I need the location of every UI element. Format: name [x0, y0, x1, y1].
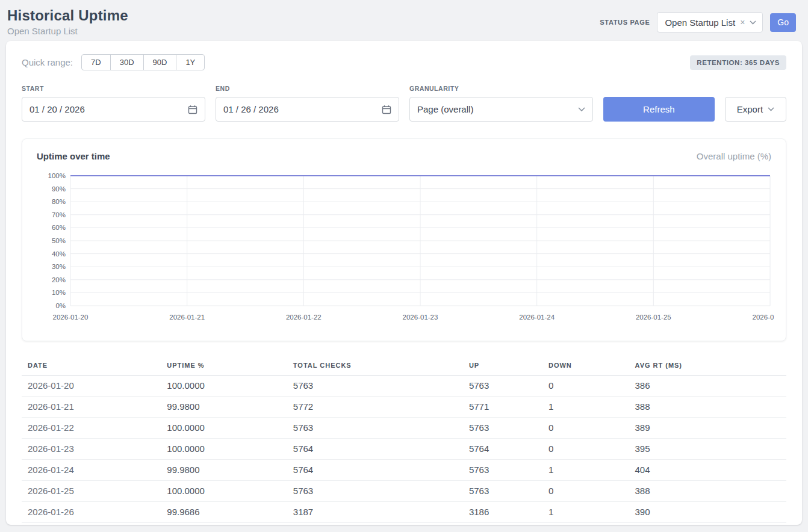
- column-header-total-checks: TOTAL CHECKS: [293, 357, 469, 376]
- table-cell: 5772: [293, 397, 469, 418]
- granularity-value: Page (overall): [417, 104, 473, 114]
- end-date-field: END 01 / 26 / 2026: [216, 85, 399, 122]
- go-button[interactable]: Go: [770, 13, 796, 32]
- table-cell: 100.0000: [167, 376, 293, 397]
- start-date-input[interactable]: 01 / 20 / 2026: [22, 97, 205, 122]
- svg-text:60%: 60%: [52, 224, 66, 231]
- svg-text:90%: 90%: [52, 185, 66, 193]
- svg-text:50%: 50%: [52, 237, 66, 244]
- uptime-chart-card: Uptime over time Overall uptime (%) 100%…: [22, 138, 786, 341]
- table-row: 2026-01-25100.0000576357630388: [22, 481, 786, 502]
- table-row: 2026-01-2199.9800577257711388: [22, 397, 786, 418]
- quick-range-90d[interactable]: 90D: [143, 54, 177, 70]
- granularity-field: GRANULARITY Page (overall): [409, 85, 593, 122]
- uptime-table: DATE UPTIME % TOTAL CHECKS UP DOWN AVG R…: [22, 357, 786, 523]
- granularity-label: GRANULARITY: [409, 85, 593, 92]
- page-subtitle: Open Startup List: [7, 26, 128, 36]
- table-cell: 100.0000: [167, 418, 293, 439]
- header-right: STATUS PAGE Open Startup List × Go: [600, 12, 796, 32]
- table-cell: 99.9686: [167, 502, 293, 523]
- svg-text:20%: 20%: [52, 276, 66, 283]
- table-row: 2026-01-20100.0000576357630386: [22, 376, 786, 397]
- svg-text:2026-01-24: 2026-01-24: [519, 314, 555, 321]
- export-label: Export: [737, 104, 763, 114]
- table-cell: 386: [635, 376, 786, 397]
- table-cell: 1: [549, 460, 635, 481]
- chevron-down-icon: [750, 20, 756, 25]
- table-row: 2026-01-2699.9686318731861390: [22, 502, 786, 523]
- svg-text:2026-01-20: 2026-01-20: [53, 314, 89, 321]
- chart-legend: Overall uptime (%): [697, 151, 771, 161]
- filter-form-row: START 01 / 20 / 2026 END 01 / 26 / 2026 …: [22, 85, 786, 122]
- start-label: START: [22, 85, 205, 92]
- svg-text:2026-01-26: 2026-01-26: [753, 314, 774, 321]
- table-row: 2026-01-23100.0000576457640395: [22, 439, 786, 460]
- export-button[interactable]: Export: [725, 97, 786, 122]
- table-cell: 390: [635, 502, 786, 523]
- table-cell: 5763: [293, 376, 469, 397]
- page-title: Historical Uptime: [7, 7, 128, 24]
- table-cell: 5764: [293, 439, 469, 460]
- table-cell: 0: [549, 376, 635, 397]
- start-date-field: START 01 / 20 / 2026: [22, 85, 205, 122]
- table-cell: 5763: [293, 418, 469, 439]
- table-cell: 5764: [293, 460, 469, 481]
- svg-text:100%: 100%: [48, 172, 66, 179]
- table-cell: 389: [635, 418, 786, 439]
- svg-text:2026-01-22: 2026-01-22: [286, 314, 322, 321]
- quick-range-30d[interactable]: 30D: [110, 54, 144, 70]
- column-header-up: UP: [469, 357, 549, 376]
- svg-text:40%: 40%: [52, 250, 66, 258]
- main-card: Quick range: 7D 30D 90D 1Y RETENTION: 36…: [6, 41, 802, 525]
- table-cell: 5763: [469, 460, 549, 481]
- status-page-label: STATUS PAGE: [600, 19, 650, 26]
- table-cell: 388: [635, 397, 786, 418]
- svg-text:2026-01-25: 2026-01-25: [636, 314, 671, 321]
- table-cell: 2026-01-23: [22, 439, 167, 460]
- table-cell: 5763: [469, 376, 549, 397]
- table-cell: 5771: [469, 397, 549, 418]
- quick-range-segmented: 7D 30D 90D 1Y: [81, 54, 205, 70]
- quick-range-7d[interactable]: 7D: [81, 54, 111, 70]
- uptime-table-body: 2026-01-20100.00005763576303862026-01-21…: [22, 376, 786, 523]
- column-header-date: DATE: [22, 357, 167, 376]
- clear-selection-icon[interactable]: ×: [740, 17, 745, 27]
- table-cell: 2026-01-22: [22, 418, 167, 439]
- quick-range-row: Quick range: 7D 30D 90D 1Y RETENTION: 36…: [22, 54, 786, 70]
- svg-text:30%: 30%: [52, 263, 66, 270]
- table-cell: 0: [549, 481, 635, 502]
- table-cell: 1: [549, 397, 635, 418]
- svg-text:80%: 80%: [52, 198, 66, 205]
- refresh-button[interactable]: Refresh: [603, 97, 715, 122]
- end-date-value: 01 / 26 / 2026: [223, 104, 279, 114]
- uptime-chart-svg: 100%90%80%70%60%50%40%30%20%10%0%2026-01…: [37, 170, 774, 330]
- calendar-icon[interactable]: [188, 105, 197, 114]
- calendar-icon[interactable]: [382, 105, 391, 114]
- granularity-select[interactable]: Page (overall): [409, 97, 593, 122]
- table-cell: 2026-01-21: [22, 397, 167, 418]
- table-cell: 5764: [469, 439, 549, 460]
- column-header-avg-rt: AVG RT (MS): [635, 357, 786, 376]
- column-header-uptime: UPTIME %: [167, 357, 293, 376]
- table-cell: 99.9800: [167, 397, 293, 418]
- svg-text:70%: 70%: [52, 211, 66, 218]
- end-date-input[interactable]: 01 / 26 / 2026: [216, 97, 399, 122]
- table-cell: 2026-01-24: [22, 460, 167, 481]
- table-cell: 0: [549, 418, 635, 439]
- table-cell: 395: [635, 439, 786, 460]
- table-cell: 2026-01-26: [22, 502, 167, 523]
- table-cell: 100.0000: [167, 481, 293, 502]
- page-header: Historical Uptime Open Startup List STAT…: [0, 0, 808, 41]
- table-cell: 3186: [469, 502, 549, 523]
- status-page-value: Open Startup List: [665, 17, 735, 28]
- table-header-row: DATE UPTIME % TOTAL CHECKS UP DOWN AVG R…: [22, 357, 786, 376]
- svg-text:10%: 10%: [52, 289, 66, 296]
- chart-title: Uptime over time: [37, 151, 110, 161]
- quick-range-1y[interactable]: 1Y: [176, 54, 205, 70]
- table-cell: 1: [549, 502, 635, 523]
- start-date-value: 01 / 20 / 2026: [30, 104, 85, 114]
- table-cell: 3187: [293, 502, 469, 523]
- quick-range-label: Quick range:: [22, 57, 73, 67]
- status-page-select[interactable]: Open Startup List ×: [657, 12, 763, 32]
- table-row: 2026-01-22100.0000576357630389: [22, 418, 786, 439]
